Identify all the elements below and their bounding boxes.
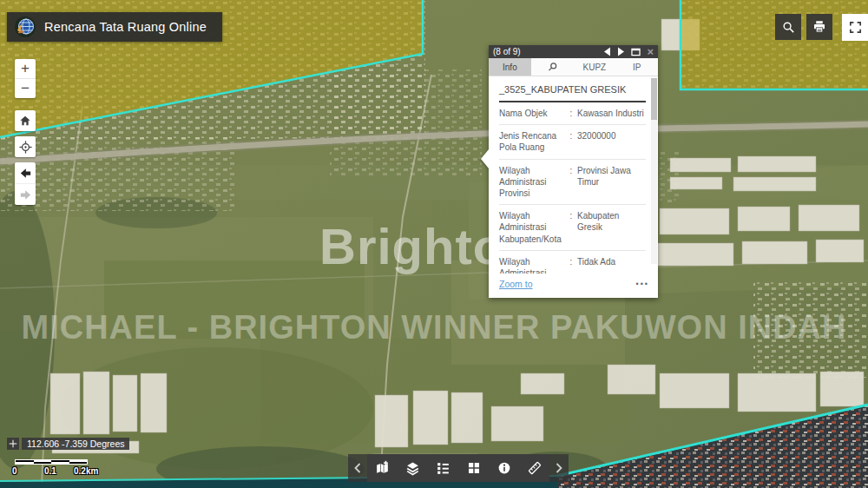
tab-ip[interactable]: IP [615,58,658,76]
more-options-button[interactable]: ••• [636,280,649,288]
maximize-popup-button[interactable] [631,48,641,56]
scrollbar-thumb[interactable] [651,78,657,120]
scalebar-tick: 0.1 [44,466,56,476]
fullscreen-button[interactable] [842,14,868,41]
chevron-left-icon [353,462,362,474]
attribute-label: Wilayah Administrasi Kecamatan [499,256,565,274]
crosshair-icon [9,439,17,448]
attribute-colon: : [565,165,577,200]
print-button[interactable] [806,14,832,40]
app-header: Rencana Tata Ruang Online [7,12,222,42]
attribute-row: Nama Objek : Kawasan Industri [499,102,646,125]
attribute-label: Jenis Rencana Pola Ruang [499,130,565,153]
attribute-colon: : [565,210,577,245]
attribute-value: Kawasan Industri [577,108,646,119]
next-extent-button[interactable] [15,184,36,205]
measurement-button[interactable] [519,454,549,482]
popup-pointer [481,149,489,168]
maximize-icon [631,48,641,56]
zoom-to-link[interactable]: Zoom to [499,279,533,289]
map-canvas[interactable] [0,0,868,488]
popup-tabs: Info KUPZ IP [489,58,658,76]
legend-button[interactable] [428,454,458,482]
next-feature-button[interactable] [617,47,625,56]
printer-icon [812,19,827,35]
layers-icon [404,460,421,477]
attribute-label: Wilayah Administrasi Kabupaten/Kota [499,210,565,245]
tab-kupz[interactable]: KUPZ [574,58,616,76]
attribute-row: Jenis Rencana Pola Ruang : 32000000 [499,125,646,159]
apps-grid-icon [466,460,482,476]
next-triangle-icon [617,47,625,56]
scalebar-ruler [15,459,88,465]
arrow-right-icon [18,188,33,202]
scalebar-tick: 0.2km [74,466,98,476]
close-popup-button[interactable]: × [647,48,654,56]
arrow-left-icon [18,166,33,181]
widget-toolbar [348,454,569,482]
apps-gallery-button[interactable] [458,454,489,482]
magnifier-icon [547,62,558,73]
attribute-row: Wilayah Administrasi Provinsi : Provinsi… [499,160,646,206]
info-icon [496,460,512,476]
add-data-button[interactable] [367,454,398,482]
tab-search[interactable] [531,58,574,76]
attribute-value: Provinsi Jawa Timur [577,165,646,200]
fullscreen-icon [848,20,863,35]
popup-header: (8 of 9) × [489,45,658,58]
attribute-label: Wilayah Administrasi Provinsi [499,165,565,200]
home-icon [18,114,32,128]
popup-scrollbar[interactable] [651,78,657,264]
toolbar-prev-button[interactable] [348,454,367,482]
attribute-value: Tidak Ada [577,256,646,274]
attribute-row: Wilayah Administrasi Kabupaten/Kota : Ka… [499,205,646,251]
home-extent-button[interactable] [15,110,36,131]
zoom-out-button[interactable]: − [15,79,36,98]
extent-navigation [15,162,36,205]
attribute-value: 32000000 [577,130,646,153]
attribute-colon: : [565,130,577,153]
locate-icon [18,140,33,155]
legend-icon [435,460,451,477]
feature-title: _3525_KABUPATEN GRESIK [499,82,646,102]
coordinate-widget: 112.606 -7.359 Degrees [7,438,129,450]
attribute-label: Nama Objek [499,108,565,119]
zoom-in-button[interactable]: + [15,59,36,79]
info-button[interactable] [489,454,519,482]
attribute-value: Kabupaten Gresik [577,210,646,245]
atr-bpn-logo-icon [14,16,36,38]
measure-icon [526,459,543,477]
map-add-icon [374,460,391,477]
attribute-row: Wilayah Administrasi Kecamatan : Tidak A… [499,251,646,274]
previous-extent-button[interactable] [15,162,36,184]
popup-footer: Zoom to ••• [489,274,658,298]
feature-pager: (8 of 9) [493,47,603,56]
search-button[interactable] [775,14,801,40]
prev-triangle-icon [603,47,611,56]
attribute-colon: : [565,256,577,274]
tab-info[interactable]: Info [489,58,531,76]
coordinate-capture-button[interactable] [7,438,19,450]
my-location-button[interactable] [15,136,36,157]
scalebar-tick: 0 [12,466,17,476]
attribute-colon: : [565,108,577,119]
layer-list-button[interactable] [398,454,428,482]
app-title: Rencana Tata Ruang Online [44,20,207,34]
scalebar: 0 0.1 0.2km [15,459,88,478]
feature-popup: (8 of 9) × [489,45,658,298]
zoom-control: + − [15,59,36,98]
chevron-right-icon [555,462,563,474]
search-icon [781,20,796,35]
popup-content: _3525_KABUPATEN GRESIK Nama Objek : Kawa… [489,76,658,274]
previous-feature-button[interactable] [603,47,611,56]
map-application: Brighton MICHAEL - BRIGHTON WINNER PAKUW… [0,0,868,488]
coordinate-readout: 112.606 -7.359 Degrees [22,438,129,450]
toolbar-next-button[interactable] [549,454,569,482]
